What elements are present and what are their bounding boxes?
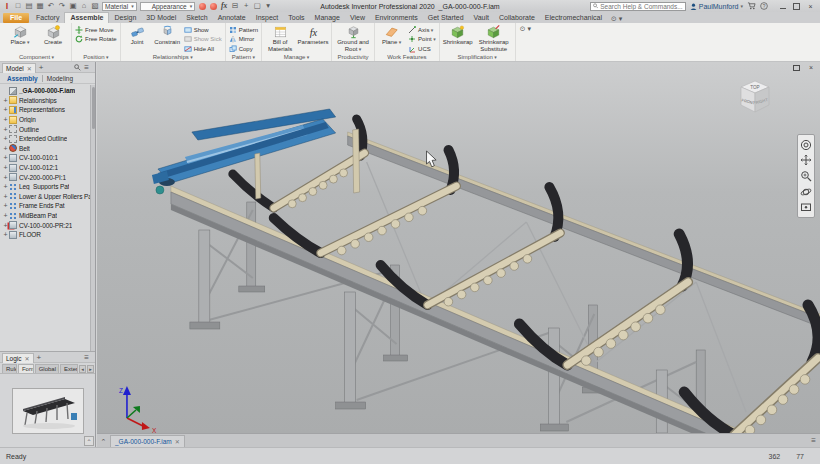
redo-icon[interactable]: ↷ — [58, 1, 66, 11]
expand-icon[interactable] — [2, 135, 9, 142]
tab-view[interactable]: View — [345, 13, 370, 23]
close-panel-icon[interactable]: ✕ — [25, 355, 30, 362]
bill-of-materials-button[interactable]: Bill of Materials — [265, 24, 295, 52]
tree-item-frame-ends-pat[interactable]: Frame Ends Pat — [2, 201, 95, 211]
help-icon[interactable]: ? — [760, 2, 768, 10]
tab-forms[interactable]: Forms — [18, 364, 34, 373]
search-input[interactable] — [600, 3, 683, 10]
form-thumbnail[interactable] — [12, 388, 84, 434]
save-icon[interactable]: ▦ — [36, 1, 44, 11]
plane-button[interactable]: Plane — [378, 24, 405, 46]
close-document-icon[interactable]: ✕ — [175, 438, 180, 445]
tab-vault[interactable]: Vault — [469, 13, 494, 23]
tree-item-relationships[interactable]: Relationships — [2, 96, 95, 106]
tab-sketch[interactable]: Sketch — [181, 13, 212, 23]
tab-overflow-icon[interactable]: ⊙ ▾ — [611, 15, 622, 23]
ground-and-root-button[interactable]: Ground and Root — [335, 24, 371, 52]
3d-model-conveyor[interactable]: Z X — [97, 62, 820, 433]
tab-global-forms[interactable]: Global Forms — [35, 364, 59, 373]
group-label-component[interactable]: Component — [5, 54, 68, 61]
tab-inspect[interactable]: Inspect — [251, 13, 284, 23]
navigation-wheel-icon[interactable] — [800, 139, 812, 151]
tree-item-cv-100-010[interactable]: CV-100-010:1 — [2, 153, 95, 163]
adjust-appearance-icon[interactable] — [209, 1, 217, 11]
tab-electromechanical[interactable]: Electromechanical — [540, 13, 607, 23]
create-button[interactable]: Create — [38, 24, 68, 46]
ucs-button[interactable]: UCS — [408, 44, 436, 54]
hide-all-button[interactable]: Hide All — [184, 44, 222, 54]
new-file-icon[interactable]: □ — [14, 1, 22, 11]
tree-item-outline[interactable]: Outline — [2, 124, 95, 134]
add-panel-icon[interactable]: + — [37, 353, 42, 362]
tab-environments[interactable]: Environments — [370, 13, 423, 23]
tab-collaborate[interactable]: Collaborate — [494, 13, 540, 23]
expand-icon[interactable] — [2, 126, 9, 133]
tree-root-assembly[interactable]: _GA-000-000-F.iam — [2, 86, 95, 96]
expand-icon[interactable] — [2, 193, 9, 200]
store-cart-icon[interactable] — [747, 2, 756, 10]
close-button[interactable]: × — [804, 1, 817, 11]
expand-icon[interactable] — [2, 154, 9, 161]
expand-icon[interactable] — [2, 145, 9, 152]
view-cube[interactable]: TOP FRONT RIGHT — [732, 76, 778, 120]
tree-item-cv-200-000-pi[interactable]: CV-200-000-PI:1 — [2, 172, 95, 182]
render-icon[interactable]: ▣ — [69, 1, 77, 11]
view-tab-modeling[interactable]: Modeling — [42, 75, 77, 82]
group-label-work-features[interactable]: Work Features — [378, 54, 436, 61]
group-label-relationships[interactable]: Relationships — [124, 54, 222, 61]
collapse-doctabs-icon[interactable]: ⌃ — [97, 436, 110, 447]
pattern-button[interactable]: Pattern — [229, 25, 258, 35]
qat-customize-icon[interactable]: ▾ — [264, 1, 272, 11]
document-tab-active[interactable]: _GA-000-000-F.iam ✕ — [110, 435, 185, 447]
tree-item-lower-upper-rollers-pat[interactable]: Lower & Upper Rollers Pat — [2, 192, 95, 202]
logic-panel-tab[interactable]: Logic✕ — [2, 353, 34, 363]
expand-icon[interactable] — [2, 212, 9, 219]
tab-rules[interactable]: Rules — [2, 364, 17, 373]
orbit-icon[interactable] — [800, 186, 812, 198]
show-button[interactable]: Show — [184, 25, 222, 35]
add-panel-icon[interactable]: + — [39, 63, 44, 72]
viewport-canvas[interactable]: Z X × TOP FRONT RIGHT — [97, 62, 820, 433]
free-rotate-button[interactable]: Free Rotate — [75, 35, 117, 45]
tab-scroll-left-icon[interactable]: ◂ — [79, 365, 86, 373]
tab-factory[interactable]: Factory — [31, 13, 64, 23]
group-label-manage[interactable]: Manage — [265, 54, 328, 61]
views-icon[interactable]: ▧ — [91, 1, 99, 11]
belt-head-section-highlighted[interactable] — [152, 109, 360, 199]
tree-item-extended-outline[interactable]: Extended Outline — [2, 134, 95, 144]
view-tab-assembly[interactable]: Assembly — [3, 75, 42, 82]
expand-icon[interactable] — [2, 164, 9, 171]
look-at-icon[interactable] — [800, 201, 812, 213]
group-label-simplification[interactable]: Simplification — [443, 54, 512, 61]
tree-item-leg-supports-pat[interactable]: Leg_Supports Pat — [2, 182, 95, 192]
point-button[interactable]: Point — [408, 35, 436, 45]
screen-icon[interactable]: ▢ — [253, 1, 261, 11]
group-label-pattern[interactable]: Pattern — [229, 54, 258, 61]
pan-icon[interactable] — [800, 154, 812, 166]
tab-get-started[interactable]: Get Started — [423, 13, 469, 23]
minimize-button[interactable] — [776, 1, 789, 11]
shrinkwrap-substitute-button[interactable]: Shrinkwrap Substitute — [476, 24, 512, 52]
expand-icon[interactable] — [2, 116, 9, 123]
tab-assemble[interactable]: Assemble — [64, 12, 109, 23]
close-panel-icon[interactable]: ✕ — [27, 65, 32, 72]
tab-file[interactable]: File — [3, 13, 29, 23]
ribbon-options-icon[interactable]: ⊙ ▾ — [516, 23, 531, 61]
free-move-button[interactable]: Free Move — [75, 25, 117, 35]
tree-item-representations[interactable]: Representations — [2, 105, 95, 115]
restore-button[interactable] — [790, 1, 803, 11]
zoom-icon[interactable] — [800, 170, 812, 182]
tree-item-midbeam-pat[interactable]: MidBeam Pat — [2, 211, 95, 221]
measure-icon[interactable]: ⊟ — [231, 1, 239, 11]
expand-icon[interactable] — [2, 231, 9, 238]
parameters-fx-icon[interactable]: fx — [220, 1, 228, 11]
tab-design[interactable]: Design — [109, 13, 141, 23]
tab-manage[interactable]: Manage — [310, 13, 345, 23]
joint-button[interactable]: Joint — [124, 24, 151, 46]
tree-item-floor[interactable]: FLOOR — [2, 230, 95, 240]
logic-menu-icon[interactable]: ≡ — [84, 354, 89, 361]
browser-menu-icon[interactable]: ≡ — [84, 64, 89, 71]
tree-item-cv-100-012[interactable]: CV-100-012:1 — [2, 163, 95, 173]
browser-search-icon[interactable] — [74, 64, 81, 71]
shrinkwrap-button[interactable]: Shrinkwrap — [443, 24, 473, 46]
